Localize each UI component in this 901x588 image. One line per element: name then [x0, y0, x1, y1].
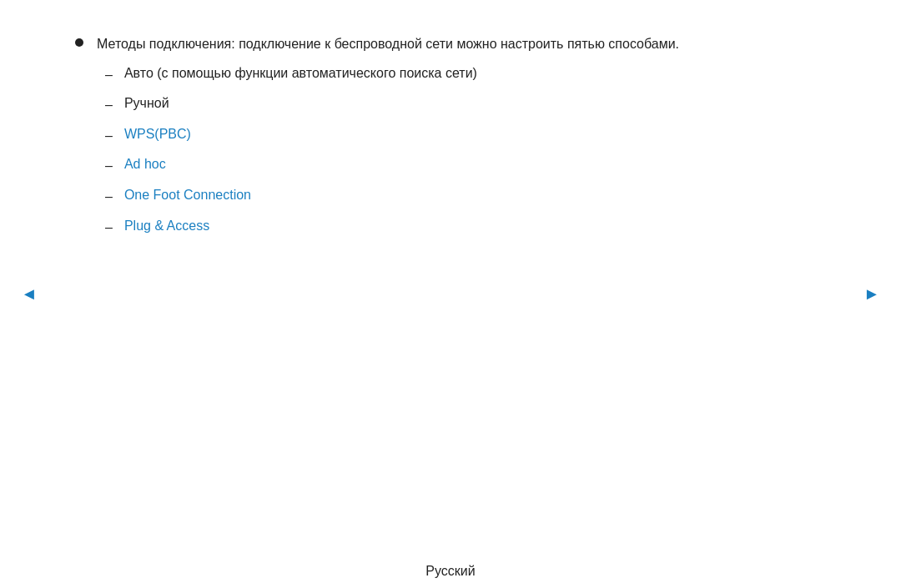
bullet-text: Методы подключения: подключение к беспро…	[97, 33, 826, 246]
sub-text-auto: Авто (с помощью функции автоматического …	[124, 63, 477, 83]
bullet-list: Методы подключения: подключение к беспро…	[75, 33, 826, 246]
nav-arrow-right[interactable]: ►	[859, 282, 884, 307]
dash-wps: –	[105, 125, 113, 147]
sub-text-adhoc[interactable]: Ad hoc	[124, 154, 166, 174]
footer-language: Русский	[425, 564, 475, 579]
sub-list: – Авто (с помощью функции автоматическог…	[97, 63, 826, 239]
main-content: Методы подключения: подключение к беспро…	[0, 0, 901, 555]
bullet-item: Методы подключения: подключение к беспро…	[75, 33, 826, 246]
dash-auto: –	[105, 64, 113, 86]
sub-item-adhoc: – Ad hoc	[97, 154, 826, 177]
sub-text-plug[interactable]: Plug & Access	[124, 216, 209, 236]
dash-onefoot: –	[105, 186, 113, 208]
sub-item-plug: – Plug & Access	[97, 216, 826, 239]
sub-item-manual: – Ручной	[97, 93, 826, 116]
sub-item-auto: – Авто (с помощью функции автоматическог…	[97, 63, 826, 86]
bullet-dot	[75, 38, 83, 47]
sub-text-onefoot[interactable]: One Foot Connection	[124, 185, 251, 205]
nav-arrow-left[interactable]: ◄	[17, 282, 42, 307]
sub-item-onefoot: – One Foot Connection	[97, 185, 826, 208]
dash-manual: –	[105, 94, 113, 116]
main-paragraph: Методы подключения: подключение к беспро…	[97, 37, 679, 51]
dash-adhoc: –	[105, 155, 113, 177]
dash-plug: –	[105, 217, 113, 239]
content-area: Методы подключения: подключение к беспро…	[75, 33, 826, 253]
sub-text-wps[interactable]: WPS(PBC)	[124, 124, 191, 144]
sub-text-manual: Ручной	[124, 93, 169, 113]
footer: Русский	[0, 555, 901, 588]
sub-item-wps: – WPS(PBC)	[97, 124, 826, 147]
